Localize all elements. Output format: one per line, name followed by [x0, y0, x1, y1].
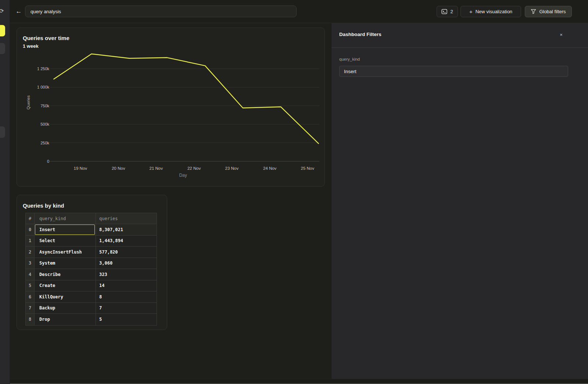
- table-row: 7Backup7: [26, 303, 157, 314]
- chart-subtitle: 1 week: [23, 43, 39, 49]
- row-index-cell: 3: [26, 258, 35, 269]
- dashboard-filters-panel: Dashboard Filters × query_kind: [331, 23, 588, 384]
- query-kind-filter-input[interactable]: [339, 66, 568, 77]
- table-title: Queries by kind: [23, 202, 64, 209]
- mini-sidebar: ⟳: [0, 0, 10, 384]
- table-row: 4Describe323: [26, 269, 157, 280]
- queries-over-time-card: Queries over time 1 week Queries 0250k50…: [17, 28, 325, 187]
- column-header-queries: queries: [96, 213, 156, 224]
- column-header-query_kind: query_kind: [35, 213, 96, 224]
- sidebar-item-2[interactable]: [0, 43, 5, 54]
- table-row: 3System3,060: [26, 258, 157, 269]
- queries-count-cell[interactable]: 1,443,894: [96, 236, 156, 247]
- y-tick-label: 1 250k: [37, 67, 49, 71]
- queries-count-cell[interactable]: 7: [96, 303, 156, 314]
- query-kind-cell[interactable]: KillQuery: [35, 291, 96, 302]
- new-visualization-button[interactable]: + New visualization: [460, 6, 521, 17]
- y-tick-label: 500k: [40, 122, 49, 127]
- selected-cell-highlight: [35, 225, 95, 235]
- query-kind-cell[interactable]: AsyncInsertFlush: [35, 247, 96, 258]
- queries-count-cell[interactable]: 14: [96, 280, 156, 291]
- row-index-cell: 8: [26, 314, 35, 325]
- row-index-cell: 5: [26, 280, 35, 291]
- sidebar-item-3[interactable]: [0, 126, 5, 138]
- query-kind-cell[interactable]: Backup: [35, 303, 96, 314]
- x-tick-label: 22 Nov: [181, 166, 207, 171]
- refresh-icon[interactable]: ⟳: [0, 8, 4, 14]
- x-axis-title: Day: [172, 173, 194, 178]
- x-tick-label: 19 Nov: [68, 166, 93, 171]
- y-tick-label: 750k: [40, 104, 49, 108]
- query-kind-cell[interactable]: Create: [35, 280, 96, 291]
- query-kind-cell[interactable]: Drop: [35, 314, 96, 325]
- x-tick-label: 21 Nov: [143, 166, 169, 171]
- plus-icon: +: [469, 8, 473, 15]
- queries-count-cell[interactable]: 8,307,021: [96, 224, 156, 235]
- sidebar-item-active-dashboard[interactable]: [0, 25, 5, 36]
- filter-field-label: query_kind: [339, 57, 360, 61]
- chart-title: Queries over time: [23, 35, 69, 41]
- queries-by-kind-table: #query_kindqueries0Insert8,307,0211Selec…: [25, 213, 157, 326]
- queries-count-cell[interactable]: 5: [96, 314, 156, 325]
- queries-count-cell[interactable]: 3,060: [96, 258, 156, 269]
- global-filters-button[interactable]: Global filters: [525, 6, 572, 17]
- bottom-scrollbar-track[interactable]: [10, 379, 588, 384]
- sql-console-tabs-button[interactable]: 2: [437, 6, 458, 17]
- back-button[interactable]: ←: [14, 6, 24, 17]
- topbar: ← 2 + New visualization Global filters: [10, 0, 588, 23]
- y-tick-label: 1 000k: [37, 85, 49, 90]
- query-kind-cell[interactable]: System: [35, 258, 96, 269]
- table-row: 1Select1,443,894: [26, 236, 157, 247]
- panel-divider: [331, 47, 588, 48]
- y-tick-label: 250k: [40, 141, 49, 146]
- dashboard-title-input[interactable]: [25, 6, 297, 17]
- table-header-row: #query_kindqueries: [26, 213, 157, 224]
- funnel-icon: [531, 9, 536, 14]
- row-index-cell: 0: [26, 224, 35, 235]
- table-row: 8Drop5: [26, 314, 157, 325]
- chart-plot-area[interactable]: 19 Nov20 Nov21 Nov22 Nov23 Nov24 Nov25 N…: [50, 52, 319, 179]
- query-kind-cell[interactable]: Insert: [35, 224, 96, 235]
- filters-panel-title: Dashboard Filters: [339, 32, 381, 37]
- queries-count-cell[interactable]: 577,820: [96, 247, 156, 258]
- x-tick-label: 25 Nov: [295, 166, 320, 171]
- x-tick-label: 23 Nov: [219, 166, 245, 171]
- queries-line-series: [54, 54, 319, 144]
- queries-count-cell[interactable]: 323: [96, 269, 156, 280]
- table-row: 5Create14: [26, 280, 157, 292]
- query-kind-cell[interactable]: Describe: [35, 269, 96, 280]
- x-tick-label: 20 Nov: [105, 166, 131, 171]
- global-filters-label: Global filters: [539, 9, 566, 14]
- table-row: 0Insert8,307,021: [26, 224, 157, 236]
- row-index-cell: 2: [26, 247, 35, 258]
- query-kind-cell[interactable]: Select: [35, 236, 96, 247]
- y-tick-label: 0: [47, 159, 49, 164]
- tab-count-label: 2: [450, 9, 453, 14]
- new-visualization-label: New visualization: [476, 9, 512, 14]
- queries-count-cell[interactable]: 8: [96, 291, 156, 302]
- line-chart-svg: [50, 52, 319, 162]
- close-icon[interactable]: ×: [557, 30, 565, 39]
- y-axis-ticks: 0250k500k750k1 000k1 250k: [28, 52, 49, 166]
- table-row: 6KillQuery8: [26, 291, 157, 303]
- console-icon: [441, 9, 447, 14]
- row-index-cell: 7: [26, 303, 35, 314]
- row-index-cell: 1: [26, 236, 35, 247]
- dashboard-app: ⟳ ← 2 + New visualization: [0, 0, 588, 384]
- column-header-index: #: [26, 213, 35, 224]
- row-index-cell: 4: [26, 269, 35, 280]
- queries-by-kind-card: Queries by kind #query_kindqueries0Inser…: [17, 195, 167, 330]
- row-index-cell: 6: [26, 291, 35, 302]
- table-row: 2AsyncInsertFlush577,820: [26, 247, 157, 258]
- x-tick-label: 24 Nov: [257, 166, 283, 171]
